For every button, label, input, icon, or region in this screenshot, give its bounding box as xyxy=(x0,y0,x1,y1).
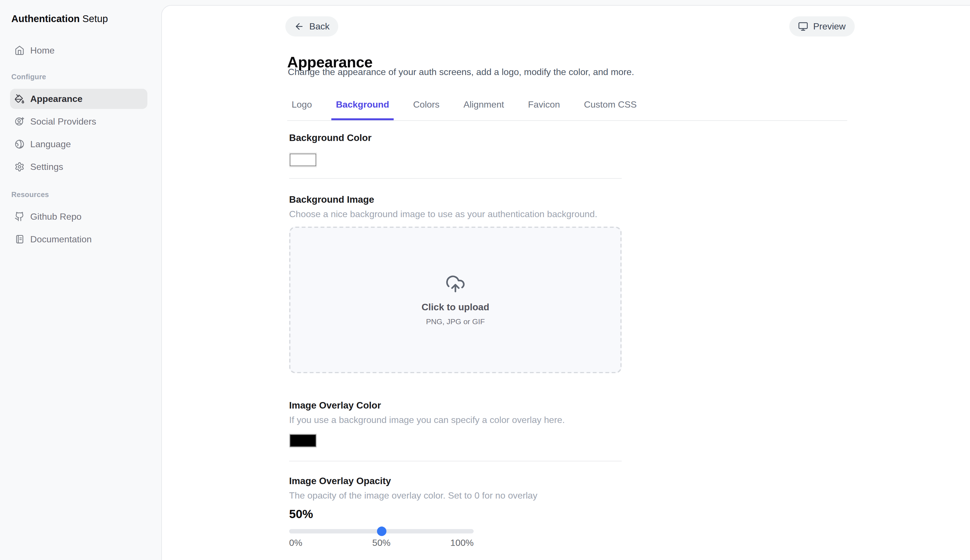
overlay-color-input[interactable] xyxy=(289,433,317,448)
globe-icon xyxy=(15,139,25,149)
github-icon xyxy=(15,212,25,222)
gear-icon xyxy=(15,162,25,172)
section-divider xyxy=(289,178,622,178)
upload-hint: PNG, JPG or GIF xyxy=(426,317,485,326)
slider-tick-labels: 0% 50% 100% xyxy=(289,538,474,549)
tabs-bar: Logo Background Colors Alignment Favicon… xyxy=(287,98,847,121)
sidebar-item-home[interactable]: Home xyxy=(10,40,148,60)
back-button-label: Back xyxy=(309,22,330,32)
overlay-opacity-description: The opacity of the image overlay color. … xyxy=(289,490,622,501)
settings-column: Background Color Background Image Choose… xyxy=(289,132,622,549)
cloud-upload-icon xyxy=(445,274,466,294)
tab-favicon[interactable]: Favicon xyxy=(524,98,564,120)
home-icon xyxy=(15,45,25,55)
background-image-description: Choose a nice background image to use as… xyxy=(289,208,622,220)
overlay-opacity-value: 50% xyxy=(289,507,622,521)
tick-min: 0% xyxy=(289,538,302,548)
preview-button-label: Preview xyxy=(813,22,846,32)
background-color-input[interactable] xyxy=(289,152,317,167)
tab-background[interactable]: Background xyxy=(331,98,394,120)
sidebar-item-label: Home xyxy=(30,45,55,55)
tick-max: 100% xyxy=(451,538,474,548)
page-subtitle: Change the appearance of your auth scree… xyxy=(288,67,634,77)
back-button[interactable]: Back xyxy=(285,17,338,37)
slider-thumb[interactable] xyxy=(377,527,386,536)
app-title: Authentication Setup xyxy=(0,13,161,25)
arrow-left-icon xyxy=(294,22,304,32)
sidebar-item-documentation[interactable]: Documentation xyxy=(10,229,148,249)
background-color-swatch xyxy=(290,154,316,166)
paint-bucket-icon xyxy=(15,94,25,104)
background-color-label: Background Color xyxy=(289,132,622,143)
app-title-rest: Setup xyxy=(82,13,108,24)
main-panel: Back Preview Appearance Change the appea… xyxy=(161,5,970,560)
sidebar-section-configure: Configure xyxy=(0,73,161,81)
upload-title: Click to upload xyxy=(422,302,489,312)
sidebar-item-label: Github Repo xyxy=(30,212,82,222)
sidebar-section-resources: Resources xyxy=(0,191,161,198)
tab-custom-css[interactable]: Custom CSS xyxy=(579,98,641,120)
sidebar-item-label: Social Providers xyxy=(30,117,96,127)
app-title-bold: Authentication xyxy=(11,13,80,24)
tick-mid: 50% xyxy=(372,538,391,548)
overlay-color-swatch xyxy=(290,434,316,447)
overlay-color-description: If you use a background image you can sp… xyxy=(289,414,622,425)
sidebar-item-label: Documentation xyxy=(30,234,92,244)
background-image-label: Background Image xyxy=(289,194,622,205)
sidebar-item-label: Language xyxy=(30,139,71,149)
sidebar-item-language[interactable]: Language xyxy=(10,134,148,154)
app-root: Authentication Setup Home Configure Appe… xyxy=(0,0,970,560)
overlay-opacity-slider[interactable] xyxy=(289,526,474,537)
sidebar-nav: Home Configure Appearance Social Provide… xyxy=(0,40,161,249)
sidebar-item-github-repo[interactable]: Github Repo xyxy=(10,207,148,227)
overlay-opacity-label: Image Overlay Opacity xyxy=(289,475,622,487)
user-plus-icon xyxy=(15,117,25,127)
sidebar-item-label: Appearance xyxy=(30,94,83,104)
tab-logo[interactable]: Logo xyxy=(287,98,316,120)
tab-alignment[interactable]: Alignment xyxy=(459,98,509,120)
sidebar-item-appearance[interactable]: Appearance xyxy=(10,88,148,109)
overlay-color-label: Image Overlay Color xyxy=(289,400,622,411)
sidebar: Authentication Setup Home Configure Appe… xyxy=(0,0,161,560)
background-image-upload-dropzone[interactable]: Click to upload PNG, JPG or GIF xyxy=(289,227,622,373)
section-divider xyxy=(289,461,622,462)
notebook-icon xyxy=(15,234,25,244)
sidebar-item-social-providers[interactable]: Social Providers xyxy=(10,112,148,132)
tab-colors[interactable]: Colors xyxy=(409,98,444,120)
sidebar-item-label: Settings xyxy=(30,162,63,172)
sidebar-item-settings[interactable]: Settings xyxy=(10,157,148,177)
preview-button[interactable]: Preview xyxy=(789,17,855,37)
monitor-icon xyxy=(798,22,808,32)
